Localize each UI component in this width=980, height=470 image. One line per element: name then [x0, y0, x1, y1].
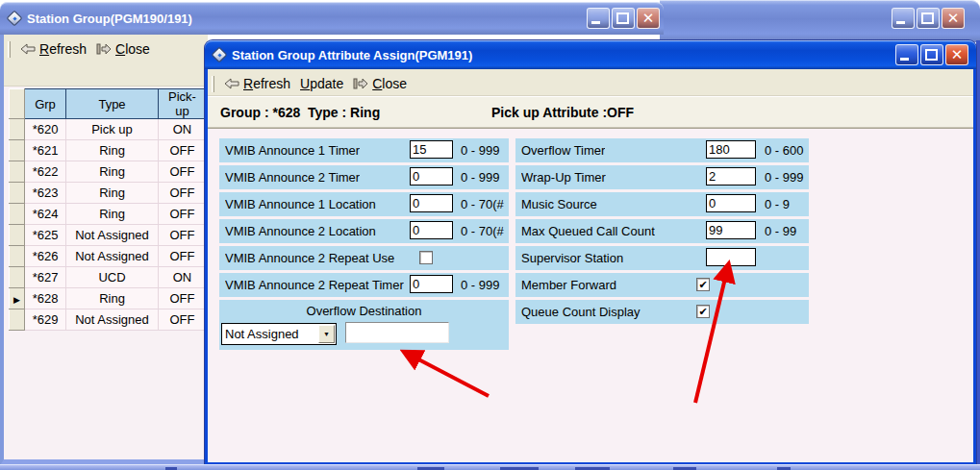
cell-pickup[interactable]: OFF: [159, 204, 207, 225]
close-button[interactable]: ✕: [637, 8, 660, 29]
table-row: *626Not AssignedOFF: [10, 246, 207, 267]
cell-grp[interactable]: *623: [25, 183, 66, 204]
table-row: *622RingOFF: [10, 161, 207, 183]
queue-count-display-checkbox[interactable]: ✔: [696, 305, 710, 318]
row-selector-cell[interactable]: [10, 119, 25, 140]
row-selector-cell[interactable]: [10, 246, 25, 267]
bottom-window-edge: [0, 464, 980, 470]
cell-pickup[interactable]: OFF: [159, 246, 207, 267]
field-label: VMIB Announce 2 Location: [225, 224, 376, 238]
maximize-button[interactable]: [920, 44, 943, 65]
field-range: 0 - 99: [765, 224, 796, 238]
overflow-timer-input[interactable]: [706, 140, 756, 159]
field-label: VMIB Announce 2 Timer: [225, 170, 360, 185]
row-selector-cell[interactable]: [10, 161, 25, 183]
station-group-table: GrpTypePick-up *620Pick upON*621RingOFF*…: [9, 88, 207, 331]
maximize-icon: [925, 49, 938, 61]
cell-type[interactable]: Ring: [66, 183, 159, 204]
supervisor-station-input[interactable]: [706, 248, 756, 266]
cell-grp[interactable]: *622: [25, 161, 66, 183]
row-selector-cell[interactable]: [10, 140, 25, 161]
field-range: 0 - 999: [461, 170, 499, 185]
vmib-announce-2-repeat-use-checkbox[interactable]: [419, 251, 433, 264]
vmib-announce-1-location-input[interactable]: [410, 194, 453, 212]
cell-pickup[interactable]: OFF: [159, 140, 207, 161]
field-row-max-queued-call-count: Max Queued Call Count0 - 99: [515, 219, 809, 243]
screen: ✕ Station Group(PGM190/191) ✕ Refresh: [0, 0, 980, 470]
close-label: Close: [115, 41, 150, 57]
close-button[interactable]: ✕: [945, 44, 968, 65]
max-queued-call-count-input[interactable]: [706, 221, 756, 239]
maximize-button[interactable]: [917, 8, 940, 29]
attribute-assign-window: Station Group Attribute Assign(PGM191) ✕…: [205, 40, 976, 465]
chevron-down-icon[interactable]: ▼: [318, 325, 335, 343]
row-selector-cell[interactable]: ▶: [10, 288, 25, 309]
cell-pickup[interactable]: OFF: [159, 288, 207, 309]
dialog-toolbar: Refresh Update Close: [208, 69, 973, 96]
field-range: 0 - 999: [461, 278, 499, 292]
cell-type[interactable]: Pick up: [66, 119, 159, 140]
cell-type[interactable]: Ring: [66, 161, 159, 183]
vmib-announce-2-location-input[interactable]: [410, 221, 453, 239]
minimize-button[interactable]: [892, 8, 915, 29]
cell-type[interactable]: Ring: [66, 204, 159, 225]
close-button[interactable]: ✕: [942, 8, 965, 29]
field-row-supervisor-station: Supervisor Station: [515, 246, 809, 270]
music-source-input[interactable]: [706, 194, 756, 212]
row-selector-cell[interactable]: [10, 267, 25, 288]
cell-grp[interactable]: *629: [25, 309, 66, 331]
cell-pickup[interactable]: OFF: [159, 161, 207, 183]
update-label: Update: [300, 76, 343, 91]
field-label: Wrap-Up Timer: [521, 170, 606, 185]
cell-grp[interactable]: *625: [25, 225, 66, 246]
station-table-body: *620Pick upON*621RingOFF*622RingOFF*623R…: [10, 119, 207, 331]
row-selector-cell[interactable]: [10, 183, 25, 204]
field-row-vmib-announce-2-repeat-use: VMIB Announce 2 Repeat Use: [219, 246, 509, 270]
cell-grp[interactable]: *628: [25, 288, 66, 309]
toolbar-gripper: [8, 41, 11, 58]
table-row: *629Not AssignedOFF: [10, 309, 207, 331]
cell-grp[interactable]: *626: [25, 246, 66, 267]
cell-pickup[interactable]: OFF: [159, 225, 207, 246]
close-button[interactable]: Close: [350, 74, 414, 93]
cell-grp[interactable]: *620: [25, 119, 66, 140]
close-icon: ✕: [638, 9, 659, 28]
cell-type[interactable]: Not Assigned: [66, 309, 159, 331]
cell-pickup[interactable]: ON: [159, 119, 207, 140]
row-selector-cell[interactable]: [10, 225, 25, 246]
column-header: Type: [66, 89, 159, 119]
app-icon: [7, 11, 22, 26]
overflow-destination-input[interactable]: [345, 322, 449, 343]
cell-pickup[interactable]: ON: [159, 267, 207, 288]
cell-type[interactable]: Ring: [66, 288, 159, 309]
wrap-up-timer-input[interactable]: [706, 167, 756, 186]
attribute-assign-title: Station Group Attribute Assign(PGM191): [232, 48, 472, 62]
row-selector-cell[interactable]: [10, 204, 25, 225]
cell-type[interactable]: Not Assigned: [66, 246, 159, 267]
cell-grp[interactable]: *621: [25, 140, 66, 161]
pickup-attribute-status: Pick up Attribute :OFF: [491, 105, 634, 120]
vmib-announce-2-repeat-timer-input[interactable]: [410, 275, 453, 293]
overflow-destination-label: Overflow Destination: [219, 300, 509, 318]
close-button[interactable]: Close: [93, 39, 157, 59]
cell-pickup[interactable]: OFF: [159, 309, 207, 331]
cell-type[interactable]: Not Assigned: [66, 225, 159, 246]
refresh-button[interactable]: Refresh: [17, 39, 93, 59]
row-selector-cell[interactable]: [10, 309, 25, 331]
member-forward-checkbox[interactable]: ✔: [696, 278, 710, 291]
update-button[interactable]: Update: [297, 74, 350, 93]
cell-pickup[interactable]: OFF: [159, 183, 207, 204]
maximize-button[interactable]: [612, 8, 635, 29]
vmib-announce-2-timer-input[interactable]: [410, 167, 453, 186]
cell-type[interactable]: Ring: [66, 140, 159, 161]
vmib-announce-1-timer-input[interactable]: [410, 140, 453, 159]
refresh-button[interactable]: Refresh: [221, 74, 297, 93]
overflow-destination-dropdown[interactable]: Not Assigned ▼: [221, 323, 337, 345]
cell-grp[interactable]: *627: [25, 267, 66, 288]
field-label: Supervisor Station: [521, 251, 623, 265]
minimize-button[interactable]: [895, 44, 918, 65]
minimize-button[interactable]: [587, 8, 610, 29]
cell-type[interactable]: UCD: [66, 267, 159, 288]
current-row-marker: ▶: [13, 295, 20, 305]
cell-grp[interactable]: *624: [25, 204, 66, 225]
